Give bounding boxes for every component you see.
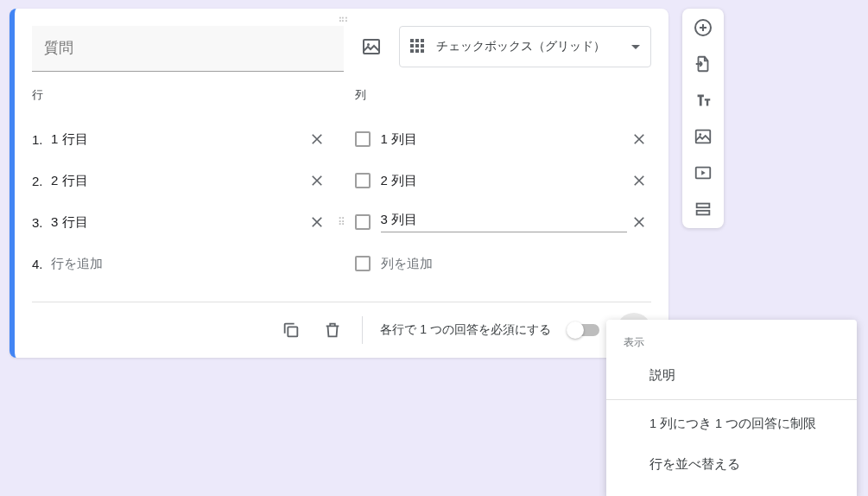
remove-col-button[interactable] — [627, 210, 651, 234]
divider — [362, 316, 363, 344]
rows-header: 行 — [32, 87, 329, 103]
svg-rect-10 — [697, 204, 710, 208]
rows-column: 行 1. 1 行目 2. 2 行目 3. 3 行目 — [32, 87, 329, 284]
add-question-button[interactable] — [693, 17, 713, 38]
divider — [606, 399, 857, 400]
card-drag-handle[interactable] — [15, 9, 668, 26]
col-label[interactable]: 3 列目 — [381, 212, 628, 232]
duplicate-button[interactable] — [279, 318, 303, 342]
remove-col-button[interactable] — [627, 169, 651, 193]
question-type-select[interactable]: チェックボックス（グリッド） — [399, 26, 651, 67]
svg-point-1 — [367, 43, 370, 46]
remove-row-button[interactable] — [305, 210, 329, 234]
question-type-label: チェックボックス（グリッド） — [436, 39, 621, 54]
checkbox-icon — [355, 256, 371, 271]
row-item[interactable]: 2. 2 行目 — [32, 160, 329, 201]
menu-item-shuffle-rows[interactable]: 行を並べ替える — [606, 444, 857, 485]
more-options-menu: 表示 説明 1 列につき 1 つの回答に制限 行を並べ替える — [606, 320, 857, 496]
row-label[interactable]: 3 行目 — [51, 214, 305, 231]
svg-rect-7 — [696, 130, 711, 143]
add-row-button[interactable]: 4. 行を追加 — [32, 243, 329, 284]
col-item[interactable]: 1 列目 — [355, 118, 652, 160]
remove-col-button[interactable] — [627, 127, 651, 151]
side-toolbar — [682, 9, 724, 228]
svg-rect-0 — [364, 40, 379, 54]
col-item[interactable]: ⠿ 3 列目 — [355, 201, 652, 243]
add-image-button-side[interactable] — [693, 126, 713, 147]
question-card: チェックボックス（グリッド） 行 1. 1 行目 2. 2 行目 — [10, 9, 668, 358]
row-label[interactable]: 2 行目 — [51, 173, 305, 189]
checkbox-icon — [355, 131, 371, 147]
row-label[interactable]: 1 行目 — [51, 131, 305, 148]
add-image-button[interactable] — [354, 26, 389, 67]
required-toggle[interactable] — [568, 324, 599, 336]
required-label: 各行で 1 つの回答を必須にする — [380, 322, 551, 338]
checkbox-icon — [355, 173, 371, 188]
cols-column: 列 1 列目 2 列目 ⠿ 3 列目 — [355, 87, 652, 284]
menu-item-limit-one-per-col[interactable]: 1 列につき 1 つの回答に制限 — [606, 404, 857, 444]
col-label[interactable]: 2 列目 — [381, 173, 628, 189]
add-title-button[interactable] — [693, 90, 713, 111]
cols-header: 列 — [355, 87, 652, 103]
import-questions-button[interactable] — [693, 54, 713, 74]
drag-handle-icon[interactable]: ⠿ — [338, 216, 345, 228]
checkbox-icon — [355, 214, 371, 230]
svg-point-8 — [699, 133, 701, 136]
svg-rect-11 — [697, 211, 710, 215]
add-section-button[interactable] — [693, 199, 713, 219]
remove-row-button[interactable] — [305, 127, 329, 151]
row-item[interactable]: 1. 1 行目 — [32, 118, 329, 160]
add-video-button[interactable] — [693, 162, 713, 183]
remove-row-button[interactable] — [305, 169, 329, 193]
chevron-down-icon — [631, 45, 640, 49]
col-item[interactable]: 2 列目 — [355, 160, 652, 201]
question-title-input[interactable] — [32, 26, 344, 72]
delete-button[interactable] — [320, 318, 345, 342]
row-item[interactable]: 3. 3 行目 — [32, 201, 329, 243]
add-col-button[interactable]: 列を追加 — [355, 243, 652, 284]
menu-item-description[interactable]: 説明 — [606, 355, 857, 396]
col-label[interactable]: 1 列目 — [381, 131, 628, 148]
menu-section-header: 表示 — [606, 327, 857, 355]
grid-icon — [410, 39, 426, 54]
svg-rect-2 — [288, 327, 298, 336]
